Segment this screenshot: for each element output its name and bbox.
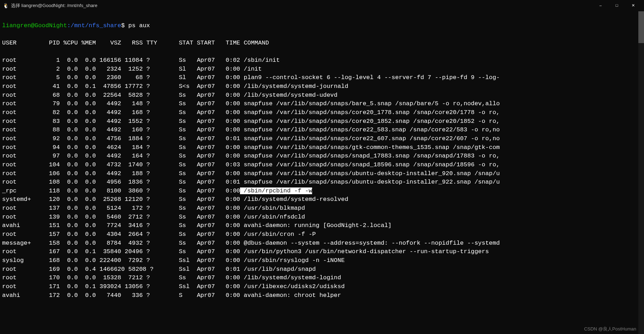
process-row: root 2 0.0 0.0 2324 1252 ? Sl Apr07 0:00… — [2, 65, 642, 74]
prompt-dollar: $ — [121, 22, 125, 29]
process-row: root 108 0.0 0.0 4956 1836 ? Ss Apr07 0:… — [2, 178, 642, 187]
process-row: root 169 0.0 0.4 1466620 58208 ? Ssl Apr… — [2, 265, 642, 274]
terminal-output[interactable]: liangren@GoodNight:/mnt/nfs_share$ ps au… — [0, 11, 644, 310]
app-icon: 🐧 — [3, 2, 9, 9]
process-row: root 88 0.0 0.0 4492 160 ? Ss Apr07 0:00… — [2, 126, 642, 135]
close-button[interactable]: ✕ — [625, 0, 641, 11]
prompt-path: /mnt/nfs_share — [71, 22, 121, 29]
ps-header: USER PID %CPU %MEM VSZ RSS TTY STAT STAR… — [2, 39, 642, 48]
window-titlebar: 🐧 选择 liangren@GoodNight: /mnt/nfs_share … — [0, 0, 644, 11]
process-row: root 170 0.0 0.0 15328 7212 ? Ss Apr07 0… — [2, 274, 642, 282]
scrollbar-track[interactable] — [638, 11, 644, 334]
prompt-user-host: liangren@GoodNight — [2, 22, 67, 29]
process-row: root 157 0.0 0.0 4304 2664 ? Ss Apr07 0:… — [2, 230, 642, 239]
command-text: ps aux — [128, 22, 150, 29]
scrollbar-thumb[interactable] — [638, 11, 644, 43]
process-row: root 82 0.0 0.0 4492 168 ? Ss Apr07 0:00… — [2, 108, 642, 117]
process-row: root 1 0.0 0.0 166156 11084 ? Ss Apr07 0… — [2, 56, 642, 65]
process-row: message+ 158 0.0 0.0 8784 4932 ? Ss Apr0… — [2, 239, 642, 248]
process-row: root 41 0.0 0.1 47856 17772 ? S<s Apr07 … — [2, 82, 642, 91]
process-row: _rpc 118 0.0 0.0 8100 3860 ? Ss Apr07 0:… — [2, 187, 642, 196]
window-title: 选择 liangren@GoodNight: /mnt/nfs_share — [11, 2, 97, 9]
process-row: root 139 0.0 0.0 5460 2712 ? Ss Apr07 0:… — [2, 213, 642, 222]
process-row: root 167 0.0 0.1 35840 20496 ? Ss Apr07 … — [2, 247, 642, 256]
process-row: root 5 0.0 0.0 2360 68 ? Sl Apr07 0:00 p… — [2, 73, 642, 82]
process-row: systemd+ 120 0.0 0.0 25268 12120 ? Ss Ap… — [2, 195, 642, 204]
process-row: syslog 168 0.0 0.0 222400 7292 ? Ssl Apr… — [2, 256, 642, 265]
prompt-line: liangren@GoodNight:/mnt/nfs_share$ ps au… — [2, 22, 642, 30]
process-row: root 137 0.0 0.0 5124 172 ? Ss Apr07 0:0… — [2, 204, 642, 213]
process-row: avahi 172 0.0 0.0 7440 336 ? S Apr07 0:0… — [2, 291, 642, 300]
highlighted-text: /sbin/rpcbind -f -w — [240, 187, 312, 194]
prompt-colon: : — [67, 22, 71, 29]
process-row: root 79 0.0 0.0 4492 148 ? Ss Apr07 0:00… — [2, 100, 642, 108]
minimize-button[interactable]: – — [592, 0, 609, 11]
process-row: root 97 0.0 0.0 4492 164 ? Ss Apr07 0:00… — [2, 152, 642, 161]
watermark: CSDN @良人PostHuman — [584, 326, 636, 333]
maximize-button[interactable]: □ — [609, 0, 625, 11]
process-row: root 171 0.0 0.1 393024 13056 ? Ssl Apr0… — [2, 282, 642, 291]
process-row: root 104 0.0 0.0 4732 1740 ? Ss Apr07 0:… — [2, 161, 642, 169]
process-row: root 83 0.0 0.0 4492 1552 ? Ss Apr07 0:0… — [2, 117, 642, 126]
process-row: avahi 151 0.0 0.0 7724 3416 ? Ss Apr07 0… — [2, 221, 642, 230]
process-row: root 92 0.0 0.0 4756 1884 ? Ss Apr07 0:0… — [2, 135, 642, 143]
process-row: root 94 0.0 0.0 4624 184 ? Ss Apr07 0:00… — [2, 143, 642, 152]
process-row: root 106 0.0 0.0 4492 188 ? Ss Apr07 0:0… — [2, 169, 642, 178]
process-row: root 68 0.0 0.0 22564 5828 ? Ss Apr07 0:… — [2, 91, 642, 100]
